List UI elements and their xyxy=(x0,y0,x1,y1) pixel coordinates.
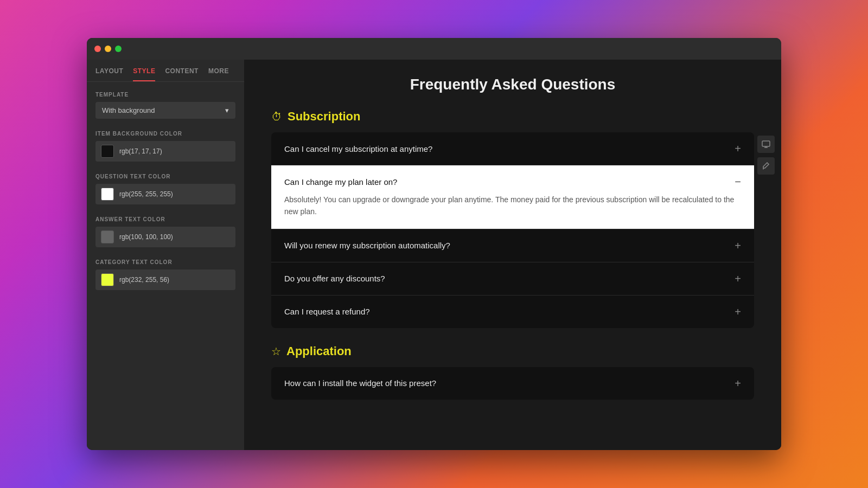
faq-header: Will you renew my subscription automatic… xyxy=(284,240,741,251)
dropdown-arrow: ▾ xyxy=(225,106,229,114)
sidebar: LAYOUT STYLE CONTENT MORE TEMPLATE With … xyxy=(87,60,244,450)
category-text-label: CATEGORY TEXT COLOR xyxy=(95,259,235,265)
subscription-header: ⏱ Subscription xyxy=(271,110,754,124)
faq-toggle-icon: + xyxy=(735,240,741,251)
answer-text-label: ANSWER TEXT COLOR xyxy=(95,216,235,222)
faq-header: Do you offer any discounts? + xyxy=(284,273,741,284)
faq-question: Can I cancel my subscription at anytime? xyxy=(284,144,432,153)
faq-toggle-icon: + xyxy=(735,378,741,389)
item-bg-section: ITEM BACKGROUND COLOR rgb(17, 17, 17) xyxy=(95,131,235,162)
item-bg-label: ITEM BACKGROUND COLOR xyxy=(95,131,235,137)
item-bg-swatch xyxy=(101,145,114,158)
application-faq-list: How can I install the widget of this pre… xyxy=(271,367,754,400)
category-text-color-row[interactable]: rgb(232, 255, 56) xyxy=(95,269,235,290)
item-bg-value: rgb(17, 17, 17) xyxy=(119,147,162,155)
template-label: TEMPLATE xyxy=(95,92,235,98)
faq-item[interactable]: Can I request a refund? + xyxy=(271,296,754,328)
sidebar-tabs: LAYOUT STYLE CONTENT MORE xyxy=(87,60,244,82)
template-dropdown[interactable]: With background ▾ xyxy=(95,102,235,119)
template-value: With background xyxy=(102,106,155,114)
svg-point-3 xyxy=(763,169,764,170)
faq-question: Do you offer any discounts? xyxy=(284,274,385,283)
application-header: ☆ Application xyxy=(271,344,754,358)
traffic-lights xyxy=(94,46,122,52)
question-text-section: QUESTION TEXT COLOR rgb(255, 255, 255) xyxy=(95,174,235,204)
faq-header: Can I request a refund? + xyxy=(284,306,741,317)
tab-style[interactable]: STYLE xyxy=(133,67,155,81)
faq-question: Will you renew my subscription automatic… xyxy=(284,241,450,250)
faq-item[interactable]: Do you offer any discounts? + xyxy=(271,262,754,296)
question-text-label: QUESTION TEXT COLOR xyxy=(95,174,235,179)
paint-icon[interactable] xyxy=(757,157,775,175)
faq-header: How can I install the widget of this pre… xyxy=(284,378,741,389)
tab-layout[interactable]: LAYOUT xyxy=(95,67,123,81)
faq-item[interactable]: Can I change my plan later on? − Absolut… xyxy=(271,165,754,229)
answer-text-color-row[interactable]: rgb(100, 100, 100) xyxy=(95,227,235,247)
category-subscription: ⏱ Subscription Can I cancel my subscript… xyxy=(271,110,754,328)
subscription-icon: ⏱ xyxy=(271,111,282,123)
faq-question: Can I change my plan later on? xyxy=(284,177,397,187)
svg-rect-0 xyxy=(762,141,770,146)
category-text-section: CATEGORY TEXT COLOR rgb(232, 255, 56) xyxy=(95,259,235,290)
faq-header: Can I cancel my subscription at anytime?… xyxy=(284,143,741,154)
template-section: TEMPLATE With background ▾ xyxy=(95,92,235,119)
right-tools xyxy=(757,136,775,175)
faq-answer: Absolutely! You can upgrade or downgrade… xyxy=(284,194,741,218)
faq-toggle-icon: + xyxy=(735,143,741,154)
sidebar-body: TEMPLATE With background ▾ ITEM BACKGROU… xyxy=(87,82,244,300)
answer-text-swatch xyxy=(101,230,114,243)
application-title: Application xyxy=(286,344,352,358)
item-bg-color-row[interactable]: rgb(17, 17, 17) xyxy=(95,141,235,162)
answer-text-value: rgb(100, 100, 100) xyxy=(119,233,173,241)
category-application: ☆ Application How can I install the widg… xyxy=(271,344,754,400)
faq-question: How can I install the widget of this pre… xyxy=(284,378,436,388)
page-title: Frequently Asked Questions xyxy=(271,76,754,93)
faq-toggle-icon: + xyxy=(735,273,741,284)
question-text-swatch xyxy=(101,188,114,201)
category-text-swatch xyxy=(101,273,114,286)
faq-toggle-icon: + xyxy=(735,306,741,317)
faq-item[interactable]: How can I install the widget of this pre… xyxy=(271,367,754,400)
subscription-faq-list: Can I cancel my subscription at anytime?… xyxy=(271,132,754,328)
title-bar xyxy=(87,38,781,60)
browser-window: LAYOUT STYLE CONTENT MORE TEMPLATE With … xyxy=(87,38,781,450)
faq-item[interactable]: Will you renew my subscription automatic… xyxy=(271,229,754,262)
monitor-icon[interactable] xyxy=(757,136,775,153)
tab-content[interactable]: CONTENT xyxy=(165,67,199,81)
subscription-title: Subscription xyxy=(288,110,360,124)
minimize-button[interactable] xyxy=(105,46,111,52)
faq-question: Can I request a refund? xyxy=(284,307,370,316)
editor-area: Frequently Asked Questions ⏱ Subscriptio… xyxy=(244,60,781,450)
answer-text-section: ANSWER TEXT COLOR rgb(100, 100, 100) xyxy=(95,216,235,247)
faq-item[interactable]: Can I cancel my subscription at anytime?… xyxy=(271,132,754,165)
faq-toggle-icon: − xyxy=(735,176,741,187)
maximize-button[interactable] xyxy=(115,46,122,52)
question-text-value: rgb(255, 255, 255) xyxy=(119,190,173,198)
faq-header: Can I change my plan later on? − xyxy=(284,176,741,187)
question-text-color-row[interactable]: rgb(255, 255, 255) xyxy=(95,184,235,204)
application-icon: ☆ xyxy=(271,345,281,358)
category-text-value: rgb(232, 255, 56) xyxy=(119,276,169,284)
close-button[interactable] xyxy=(94,46,101,52)
tab-more[interactable]: MORE xyxy=(208,67,229,81)
main-content: LAYOUT STYLE CONTENT MORE TEMPLATE With … xyxy=(87,60,781,450)
